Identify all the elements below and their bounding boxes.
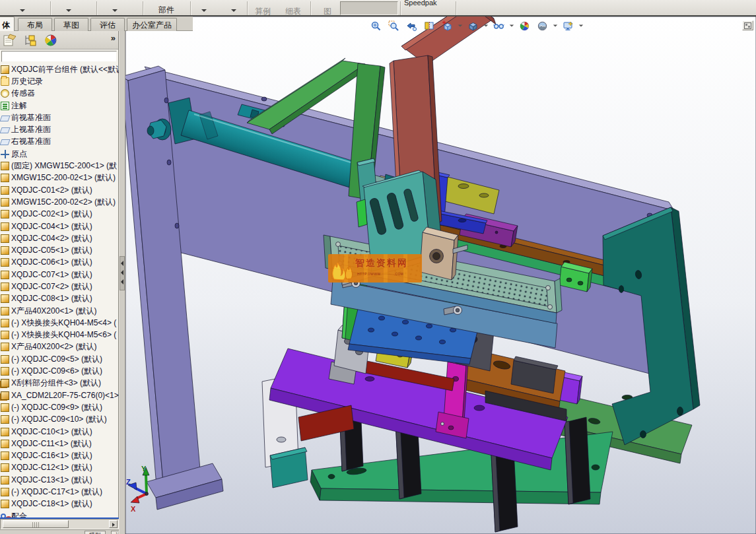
view-orientation-button[interactable] [440, 19, 455, 32]
collapse-viewport-button[interactable] [742, 20, 753, 30]
display-style-button[interactable] [465, 19, 481, 32]
part-icon [1, 162, 9, 170]
tree-item[interactable]: X刮料部分组件<3> (默认) [0, 378, 119, 389]
ann-icon [1, 102, 9, 110]
tree-item[interactable]: XQDJC-C02<1> (默认) [0, 209, 119, 220]
tree-item[interactable]: 前视基准面 [0, 112, 119, 123]
motion-study-button: 算例 [255, 6, 271, 17]
scrollbar-thumb[interactable] [3, 520, 69, 528]
tree-item[interactable]: XQDJC-C05<1> (默认) [0, 244, 119, 256]
part-icon [1, 246, 9, 255]
configurationmanager-tab[interactable] [21, 32, 40, 48]
tree-item[interactable]: XQDJC-C04<1> (默认) [0, 220, 119, 232]
previous-view-button[interactable] [404, 19, 419, 32]
tree-horizontal-scrollbar[interactable] [0, 519, 119, 529]
dropdown-caret-icon[interactable] [201, 9, 207, 12]
zoom-to-area-button[interactable] [386, 19, 401, 32]
plane-icon [0, 116, 11, 121]
tab-evaluate[interactable]: 评估 [90, 18, 125, 31]
dropdown-caret-icon[interactable] [66, 9, 71, 12]
part-icon [1, 343, 9, 351]
tree-item[interactable]: XQDJC-C06<1> (默认) [0, 257, 119, 269]
tab-model[interactable]: 模型 [85, 531, 106, 534]
tree-item[interactable]: XQDJC-C07<2> (默认) [0, 281, 119, 292]
tree-item[interactable]: XQDJC-C13<1> (默认) [0, 474, 119, 486]
plane-icon [0, 139, 11, 145]
edit-appearance-button[interactable] [517, 19, 532, 32]
tree-item[interactable]: (-) XQDJC-C09<5> (默认) [0, 353, 119, 365]
tab-office-products[interactable]: 办公室产品 [127, 18, 177, 31]
section-view-button[interactable] [422, 19, 437, 32]
tree-item[interactable]: (-) XQDJC-C09<6> (默认) [0, 365, 119, 377]
tree-item[interactable]: XQDJC-C16<1> (默认) [0, 450, 119, 462]
graphics-viewport[interactable]: Y Z X [125, 17, 756, 534]
tree-item[interactable]: XQDJC-C11<1> (默认) [0, 438, 119, 450]
tree-item[interactable]: (-) XQDJC-C09<9> (默认) [0, 401, 119, 413]
tree-item[interactable]: 历史记录 [0, 75, 119, 87]
splitter-handle[interactable] [120, 256, 125, 290]
part-icon [1, 415, 9, 424]
tree-item[interactable]: 注解 [0, 100, 119, 112]
panel-splitter[interactable] [120, 31, 125, 534]
tree-item[interactable]: XQDJC-C18<1> (默认) [0, 498, 119, 510]
tree-item[interactable]: 原点 [0, 148, 119, 160]
tree-item[interactable]: XQDJC-C12<1> (默认) [0, 462, 119, 474]
part-icon [1, 428, 9, 436]
tab-layout[interactable]: 布局 [18, 18, 52, 31]
featuremanager-tab[interactable] [1, 32, 20, 48]
speedpak-button[interactable]: Speedpak [404, 0, 437, 7]
tab-assembly[interactable]: 体 [0, 17, 15, 31]
tree-item[interactable]: 上视基准面 [0, 123, 119, 135]
tree-filter-input[interactable] [1, 51, 117, 62]
displaymanager-tab-icon [43, 33, 59, 48]
tree-item[interactable]: XQDJC-C08<1> (默认) [0, 293, 119, 305]
tree-item[interactable]: X产品40X200<2> (默认) [0, 341, 119, 353]
zoom-to-fit-button[interactable] [368, 19, 384, 32]
tree-item[interactable]: (-) XQDJC-C09<10> (默认) [0, 414, 119, 426]
dropdown-caret-icon[interactable] [231, 9, 236, 12]
tree-item[interactable]: XMGW15C-200-02<1> (默认) [0, 172, 119, 184]
dropdown-caret-icon[interactable] [510, 24, 514, 26]
tree-item[interactable]: XQDJC前平台组件 (默认<<默认>_ [0, 63, 119, 75]
part-icon [1, 198, 9, 207]
part-icon [1, 331, 9, 339]
tree-item[interactable]: XQDJC-C07<1> (默认) [0, 269, 119, 281]
tree-item[interactable]: (-) X快换接头KQH04-M5<4> ( [0, 317, 119, 329]
tree-item[interactable]: 传感器 [0, 88, 119, 100]
tree-item[interactable]: X产品40X200<1> (默认) [0, 305, 119, 317]
tree-item[interactable]: XQDJC-C04<2> (默认) [0, 232, 119, 244]
part-icon [1, 283, 9, 291]
hide-show-items-button[interactable] [491, 19, 506, 32]
tree-item[interactable]: (固定) XMGW15C-200<1> (默 [0, 160, 119, 172]
tree-item[interactable]: (-) XQDJC-C17<1> (默认) [0, 486, 119, 498]
dropdown-caret-icon[interactable] [553, 24, 557, 26]
dropdown-caret-icon[interactable] [112, 9, 118, 12]
tab-sketch[interactable]: 草图 [54, 18, 88, 31]
part-icon [1, 355, 9, 364]
section-view-icon [424, 20, 435, 32]
part-icon [1, 440, 9, 448]
panel-overflow-button[interactable]: » [111, 33, 116, 43]
tree-item[interactable]: XQDJC-C10<1> (默认) [0, 426, 119, 438]
study-tabs-strip: 模型 运动算例1 [0, 529, 119, 534]
command-manager: 部件 算例 细表 图 Speedpak [0, 0, 756, 17]
dropdown-caret-icon[interactable] [484, 24, 488, 26]
scroll-right-button[interactable] [109, 520, 118, 528]
displaymanager-tab[interactable] [42, 32, 61, 48]
tree-item[interactable]: 右视基准面 [0, 136, 119, 148]
components-button[interactable]: 部件 [158, 5, 174, 16]
tree-item[interactable]: XA_CDM2L20F-75-C76(0)<1> [0, 389, 119, 401]
tree-item[interactable]: (-) X快换接头KQH04-M5<6> ( [0, 329, 119, 341]
tree-item[interactable]: XQDJC-C01<2> (默认) [0, 184, 119, 196]
dropdown-caret-icon[interactable] [458, 24, 462, 26]
view-settings-button[interactable] [561, 19, 576, 32]
apply-scene-button[interactable] [535, 19, 550, 32]
tree-item[interactable]: XMGW15C-200-02<2> (默认) [0, 196, 119, 208]
dropdown-caret-icon[interactable] [579, 24, 583, 26]
dropdown-caret-icon[interactable] [20, 9, 25, 12]
part-icon [1, 463, 9, 472]
part-icon [1, 307, 9, 316]
tab-motion-study[interactable]: 运动算例1 [111, 531, 119, 534]
triad-z-label: Z [126, 478, 131, 486]
zoom-to-fit-icon [370, 20, 382, 32]
